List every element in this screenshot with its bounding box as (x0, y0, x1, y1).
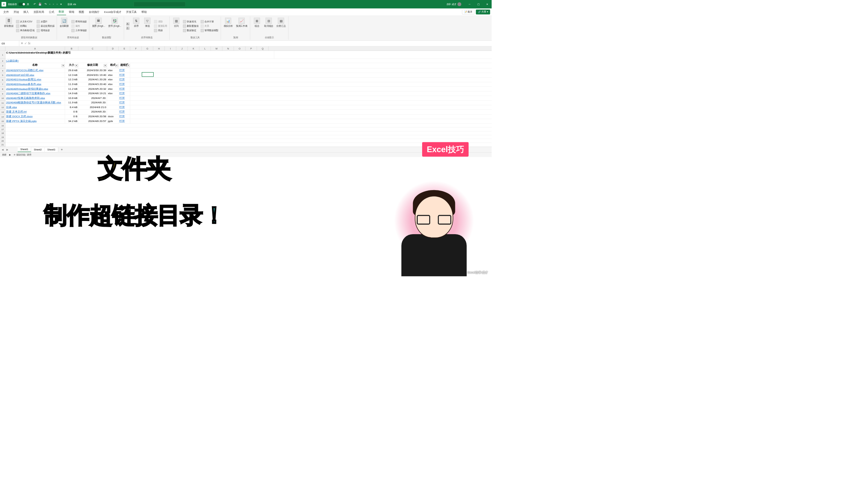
cell[interactable]: xlsx (107, 78, 119, 82)
tab-formulas[interactable]: 公式 (47, 9, 56, 15)
toggle-icon[interactable] (18, 3, 25, 6)
workbook-links-button[interactable]: 工作簿链接 (71, 28, 87, 33)
cell[interactable]: 大小▾ (65, 63, 78, 68)
cell[interactable]: 格式▾ (107, 63, 119, 68)
filter-dropdown-icon[interactable]: ▾ (127, 64, 130, 67)
cell[interactable]: 2024/4/3 20:40 (78, 82, 107, 86)
filter-button[interactable]: ▽筛选 (142, 17, 152, 35)
row-header[interactable]: 10 (0, 96, 5, 101)
cell[interactable]: xlsx (107, 82, 119, 86)
sheet-tab[interactable]: Sheet1 (18, 147, 31, 152)
column-header[interactable]: O (234, 46, 245, 50)
sort-az-button[interactable]: A↓ (126, 22, 130, 26)
cell[interactable]: 10.8 kB (65, 96, 78, 100)
get-data-button[interactable]: 🗄获取数据 (3, 17, 14, 35)
filter-dropdown-icon[interactable]: ▾ (62, 64, 64, 67)
sheet-tab[interactable]: Sheet2 (31, 147, 45, 152)
file-link[interactable]: 20240401Vlookup新用法.xlsx (5, 78, 65, 82)
filter-dropdown-icon[interactable]: ▾ (104, 64, 106, 67)
reapply-button[interactable]: 重新应用 (154, 24, 167, 28)
open-link[interactable]: 打开 (119, 119, 130, 123)
filter-dropdown-icon[interactable]: ▾ (75, 64, 78, 67)
row-header[interactable]: 6 (0, 78, 5, 82)
cancel-fx-icon[interactable]: ✕ (21, 42, 23, 45)
cell[interactable]: pptx (107, 119, 119, 123)
clear-filter-button[interactable]: 清除 (154, 20, 167, 24)
row-header[interactable]: 4 (0, 68, 5, 73)
column-header[interactable]: N (222, 46, 234, 50)
from-table-button[interactable]: 来自表格/区域 (16, 28, 35, 33)
relationships-button[interactable]: 关系 (200, 24, 219, 28)
currency-button[interactable]: 💱货币 (Engli... (107, 17, 122, 35)
column-header[interactable]: A (5, 46, 65, 50)
row-header[interactable]: 13 (0, 110, 5, 115)
tab-file[interactable]: 文件 (2, 9, 11, 15)
row-header[interactable]: 17 (0, 127, 5, 131)
cell[interactable]: 12.3 kB (65, 78, 78, 82)
open-link[interactable]: 打开 (119, 78, 130, 82)
cell[interactable]: 0 B (65, 110, 78, 114)
file-link[interactable]: 20240406二级联动下拉菜单制作.xlsx (5, 92, 65, 96)
existing-connections-button[interactable]: 现有连接 (36, 28, 55, 33)
filter-dropdown-icon[interactable]: ▾ (115, 64, 118, 67)
open-link[interactable]: 打开 (119, 87, 130, 91)
cell[interactable]: xlsx (107, 87, 119, 91)
row-header[interactable]: 3 (0, 63, 5, 68)
tab-page-layout[interactable]: 页面布局 (32, 9, 46, 15)
group-button[interactable]: ⊞组合 (252, 17, 262, 35)
tab-insert[interactable]: 插入 (21, 9, 31, 15)
open-link[interactable]: 打开 (119, 73, 130, 77)
what-if-button[interactable]: 📊模拟分析 (223, 17, 234, 35)
cell[interactable]: 2024/3/31 19:40 (78, 73, 107, 77)
cell[interactable]: 2024/4/8 21:0 (78, 105, 107, 109)
properties-button[interactable]: 属性 (71, 24, 87, 28)
cell[interactable]: 修改日期▾ (78, 63, 107, 68)
name-box[interactable]: G5 (0, 41, 19, 46)
cell[interactable]: C:\Users\Administrator\Desktop\新建文件夹\ 的索… (5, 51, 274, 59)
row-header[interactable]: 19 (0, 135, 5, 139)
open-link[interactable]: 打开 (119, 115, 130, 119)
row-header[interactable]: 16 (0, 124, 5, 127)
undo-icon[interactable]: ↶ (34, 3, 36, 6)
cell[interactable] (107, 96, 119, 100)
cell[interactable]: [上级目录] (5, 59, 65, 63)
advanced-button[interactable]: 高级 (154, 28, 167, 33)
column-header[interactable]: L (199, 46, 211, 50)
sheet-nav-prev[interactable]: ◀ (0, 148, 5, 151)
open-link[interactable]: 打开 (119, 82, 130, 86)
column-header[interactable]: C (78, 46, 107, 50)
cell[interactable] (107, 110, 119, 114)
row-header[interactable]: 15 (0, 119, 5, 124)
column-header[interactable]: H (153, 46, 165, 50)
tab-automate[interactable]: 自动执行 (87, 9, 101, 15)
redo-icon[interactable]: ↷ (44, 3, 47, 6)
cell[interactable]: 8.4 kB (65, 105, 78, 109)
spreadsheet-grid[interactable]: ABCDEFGHIJKLMNOPQ 1234567891011121314151… (0, 46, 492, 147)
file-link[interactable]: 新建 文本文档.txt (5, 110, 65, 114)
tab-home[interactable]: 开始 (12, 9, 21, 15)
tab-addin[interactable]: Excel自学成才 (102, 9, 123, 15)
cell[interactable]: 2024/4/5 20:32 (78, 87, 107, 91)
column-header[interactable]: K (188, 46, 199, 50)
file-link[interactable]: 20240331IF10介绍.xlsx (5, 73, 65, 77)
cell[interactable]: 29.8 kB (65, 68, 78, 73)
ungroup-button[interactable]: ⊟取消组合 (263, 17, 274, 35)
cell[interactable]: 11.9 kB (65, 82, 78, 86)
open-link[interactable]: 打开 (119, 110, 130, 114)
row-header[interactable]: 9 (0, 92, 5, 96)
column-header[interactable]: F (130, 46, 142, 50)
row-header[interactable]: 8 (0, 87, 5, 92)
row-header[interactable]: 18 (0, 131, 5, 135)
stocks-button[interactable]: 🏛股票 (Engli... (91, 17, 106, 35)
file-link[interactable]: 20240407按单元格颜色求和.xlsx (5, 96, 65, 100)
flash-fill-button[interactable]: 快速填充 (183, 20, 199, 24)
cell[interactable]: 2024/4/6 19:21 (78, 92, 107, 96)
tab-view[interactable]: 视图 (77, 9, 86, 15)
cell[interactable]: 34.2 kB (65, 119, 78, 123)
cell[interactable]: 2024/4/8 20:57 (78, 119, 107, 123)
column-header[interactable]: J (176, 46, 188, 50)
select-all-corner[interactable] (0, 46, 5, 50)
sheet-nav-next[interactable]: ▶ (5, 148, 10, 151)
subtotal-button[interactable]: ▤分类汇总 (276, 17, 287, 35)
column-header[interactable]: P (245, 46, 257, 50)
